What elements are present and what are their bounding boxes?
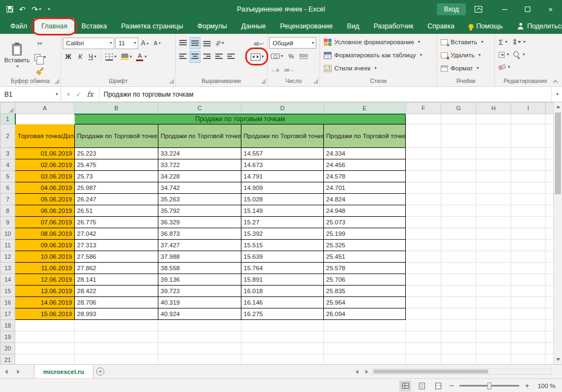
delete-cells-button[interactable]: Удалить	[439, 49, 493, 62]
cell-A10[interactable]: 08.06.2019	[15, 228, 75, 240]
cell-B4[interactable]: 25.475	[75, 159, 158, 171]
font-dialog-launcher[interactable]	[169, 79, 174, 84]
row-header-5[interactable]: 5	[1, 171, 15, 182]
select-all-button[interactable]	[1, 103, 15, 114]
row-header-7[interactable]: 7	[1, 194, 15, 205]
cell-E12[interactable]: 25.451	[324, 251, 406, 263]
cancel-entry-button[interactable]: ×	[67, 91, 70, 98]
cell-F4[interactable]	[406, 159, 441, 171]
cell-A21[interactable]	[15, 354, 75, 365]
cell-I18[interactable]	[511, 320, 546, 331]
cell-G20[interactable]	[441, 343, 476, 354]
scroll-left-button[interactable]	[352, 367, 361, 376]
cell-I3[interactable]	[511, 148, 546, 159]
cell-G8[interactable]	[441, 205, 476, 217]
ribbon-tab-формулы[interactable]: Формулы	[190, 19, 234, 34]
cell-F6[interactable]	[406, 182, 441, 194]
fill-button[interactable]	[499, 49, 510, 60]
cell-G21[interactable]	[441, 354, 476, 365]
cell-F9[interactable]	[406, 217, 441, 228]
cell-G15[interactable]	[441, 286, 476, 297]
number-format-combo[interactable]: Общий	[269, 37, 316, 49]
cell-C21[interactable]	[158, 354, 241, 365]
cell-A17[interactable]: 15.06.2019	[15, 308, 75, 320]
wrap-text-button[interactable]: ab	[252, 37, 265, 49]
cell-F11[interactable]	[406, 240, 441, 251]
horizontal-scrollbar[interactable]	[352, 365, 562, 378]
cell-C4[interactable]: 33.722	[158, 159, 241, 171]
cell-F3[interactable]	[406, 148, 441, 159]
cell-D13[interactable]: 15.764	[241, 263, 324, 274]
cell-C12[interactable]: 37.988	[158, 251, 241, 263]
column-header-G[interactable]: G	[441, 103, 476, 114]
cell-D19[interactable]	[241, 331, 324, 343]
cell-A14[interactable]: 12.06.2019	[15, 274, 75, 286]
font-size-combo[interactable]: 11	[115, 38, 138, 49]
cell-B6[interactable]: 25.987	[75, 182, 158, 194]
cell-G13[interactable]	[441, 263, 476, 274]
insert-function-button[interactable]: fx	[87, 90, 93, 98]
cell-H15[interactable]	[476, 286, 511, 297]
format-cells-button[interactable]: Формат	[439, 62, 493, 75]
column-header-H[interactable]: H	[476, 103, 511, 114]
cell-I19[interactable]	[511, 331, 546, 343]
cell-F14[interactable]	[406, 274, 441, 286]
customize-qat-button[interactable]: ▾	[47, 7, 50, 11]
cell-E15[interactable]: 25.835	[324, 286, 406, 297]
cell-G1[interactable]	[441, 114, 476, 124]
row-header-6[interactable]: 6	[1, 182, 15, 194]
expand-formula-bar-button[interactable]	[551, 87, 562, 102]
cell-B13[interactable]: 27.862	[75, 263, 158, 274]
cell-E18[interactable]	[324, 320, 406, 331]
cell-F19[interactable]	[406, 331, 441, 343]
cell-D5[interactable]: 14.791	[241, 171, 324, 182]
cell-C5[interactable]: 34.228	[158, 171, 241, 182]
cell-B21[interactable]	[75, 354, 158, 365]
cell-I21[interactable]	[511, 354, 546, 365]
column-header-B[interactable]: B	[75, 103, 158, 114]
maximize-button[interactable]	[516, 0, 539, 19]
zoom-out-button[interactable]: −	[448, 382, 455, 390]
cell-A4[interactable]: 02.06.2019	[15, 159, 75, 171]
cell-I17[interactable]	[511, 308, 546, 320]
cell-F20[interactable]	[406, 343, 441, 354]
cell-E8[interactable]: 24.948	[324, 205, 406, 217]
ribbon-tab-рецензирование[interactable]: Рецензирование	[273, 19, 340, 34]
cell-B11[interactable]: 27.313	[75, 240, 158, 251]
cell-I8[interactable]	[511, 205, 546, 217]
alignment-dialog-launcher[interactable]	[261, 79, 265, 84]
cell-B16[interactable]: 28.706	[75, 297, 158, 308]
cell-D20[interactable]	[241, 343, 324, 354]
row-header-2[interactable]: 2	[1, 124, 15, 148]
sheet-tab-active[interactable]: microexcel.ru	[34, 365, 93, 378]
name-box[interactable]: B1	[0, 87, 61, 102]
cell-E4[interactable]: 24.456	[324, 159, 406, 171]
cell-styles-button[interactable]: Стили ячеек	[322, 62, 435, 75]
cell-B7[interactable]: 26.247	[75, 194, 158, 205]
close-button[interactable]: ×	[539, 0, 562, 19]
cell-E5[interactable]: 24.578	[324, 171, 406, 182]
cell-D2[interactable]: Продажи по Торговой точке 3, тыс. руб.	[241, 124, 324, 148]
column-header-D[interactable]: D	[241, 103, 324, 114]
cell-H1[interactable]	[476, 114, 511, 124]
cell-G10[interactable]	[441, 228, 476, 240]
cell-H4[interactable]	[476, 159, 511, 171]
ribbon-tab-данные[interactable]: Данные	[234, 19, 273, 34]
zoom-in-button[interactable]: +	[524, 382, 530, 390]
ribbon-tab-главная[interactable]: Главная	[34, 19, 75, 34]
row-header-15[interactable]: 15	[1, 286, 15, 297]
column-header-I[interactable]: I	[511, 103, 546, 114]
cell-H16[interactable]	[476, 297, 511, 308]
zoom-slider-thumb[interactable]	[488, 382, 492, 389]
cell-D8[interactable]: 15.149	[241, 205, 324, 217]
cell-A3[interactable]: 01.06.2019	[15, 148, 75, 159]
cell-B8[interactable]: 26.51	[75, 205, 158, 217]
cell-F18[interactable]	[406, 320, 441, 331]
cell-E3[interactable]: 24.334	[324, 148, 406, 159]
cell-C10[interactable]: 36.873	[158, 228, 241, 240]
cell-I11[interactable]	[511, 240, 546, 251]
cell-H11[interactable]	[476, 240, 511, 251]
increase-font-button[interactable]: А	[139, 37, 151, 49]
cell-E9[interactable]: 25.073	[324, 217, 406, 228]
row-header-9[interactable]: 9	[1, 217, 15, 228]
